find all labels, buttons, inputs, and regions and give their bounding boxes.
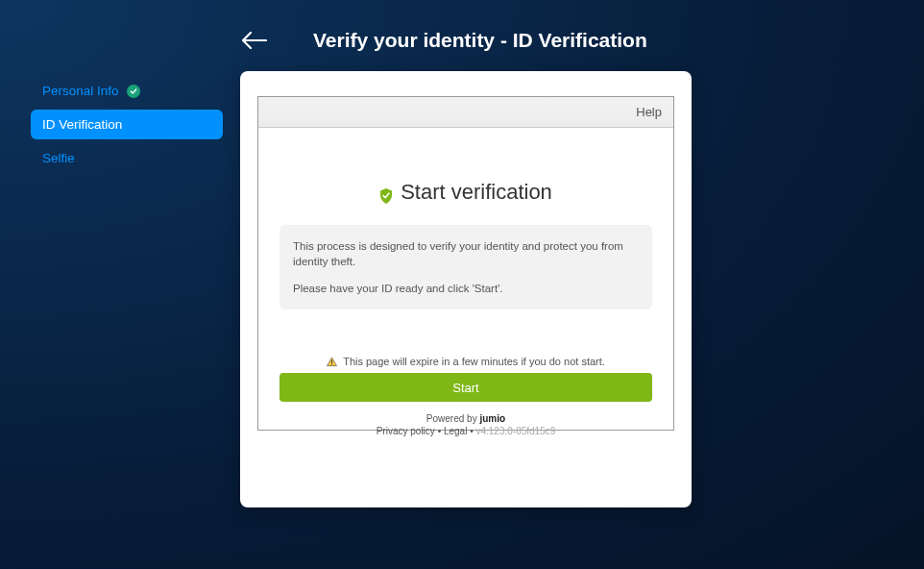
svg-rect-1 (331, 363, 332, 364)
privacy-policy-link[interactable]: Privacy policy (377, 426, 435, 436)
step-id-verification[interactable]: ID Verification (31, 110, 223, 139)
heading-text: Start verification (401, 180, 552, 205)
step-label: Selfie (42, 151, 75, 165)
check-icon (127, 85, 140, 98)
page-title: Verify your identity - ID Verification (313, 29, 647, 52)
verification-heading: Start verification (379, 180, 552, 205)
step-label: ID Verification (42, 117, 122, 132)
shield-check-icon (379, 185, 393, 200)
info-box: This process is designed to verify your … (280, 225, 652, 309)
start-button[interactable]: Start (280, 373, 652, 402)
svg-rect-0 (331, 359, 332, 362)
version-text: v4.123.0-85fd15c9 (475, 426, 555, 436)
footer-links: Privacy policy • Legal • v4.123.0-85fd15… (258, 426, 673, 436)
powered-by-prefix: Powered by (426, 413, 480, 424)
powered-by: Powered by jumio (258, 413, 673, 424)
main-panel: Help Start verification This process is … (240, 71, 692, 507)
step-label: Personal Info (42, 84, 119, 98)
help-link[interactable]: Help (636, 105, 662, 119)
warning-triangle-icon (327, 357, 337, 367)
steps-sidebar: Personal Info ID Verification Selfie (31, 71, 223, 507)
start-button-label: Start (452, 381, 478, 395)
step-selfie[interactable]: Selfie (31, 143, 223, 173)
info-text-1: This process is designed to verify your … (293, 238, 639, 269)
back-arrow-icon[interactable] (242, 32, 267, 49)
legal-link[interactable]: Legal (444, 426, 467, 436)
info-text-2: Please have your ID ready and click 'Sta… (293, 281, 639, 296)
step-personal-info[interactable]: Personal Info (31, 76, 223, 106)
verification-frame: Help Start verification This process is … (257, 96, 674, 431)
powered-by-brand: jumio (479, 413, 505, 424)
frame-toolbar: Help (258, 97, 673, 128)
expiry-warning: This page will expire in a few minutes i… (258, 356, 673, 367)
warning-text: This page will expire in a few minutes i… (343, 356, 605, 367)
